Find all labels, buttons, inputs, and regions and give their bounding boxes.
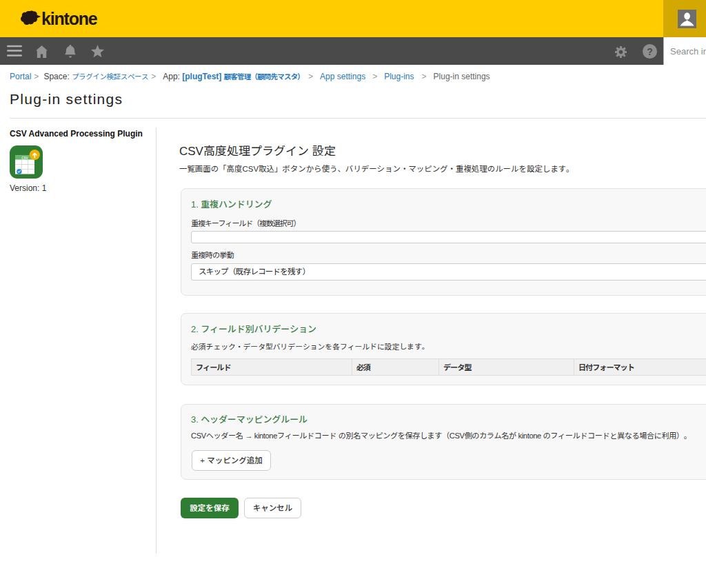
svg-text:CSV: CSV	[21, 156, 28, 160]
